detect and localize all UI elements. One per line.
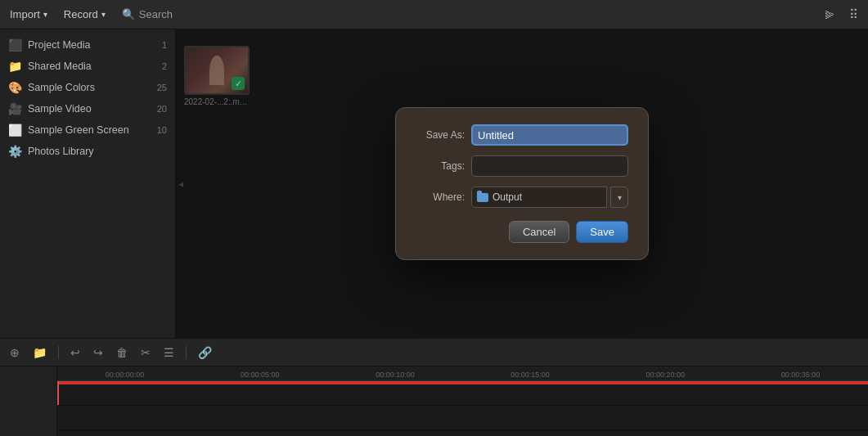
- ruler-marks: 00:00:00:00 00:00:05:00 00:00:10:00 00:0…: [57, 366, 868, 380]
- where-label: Where:: [416, 191, 465, 203]
- top-bar-right: ⫸ ⠿: [824, 7, 858, 22]
- photos-library-icon: ⚙️: [8, 145, 22, 158]
- sidebar-item-count: 25: [157, 83, 167, 92]
- cut-button[interactable]: ✂: [139, 344, 152, 361]
- ruler-mark-2: 00:00:10:00: [327, 371, 462, 379]
- save-button[interactable]: Save: [576, 221, 628, 243]
- cancel-button[interactable]: Cancel: [509, 221, 569, 243]
- save-as-label: Save As:: [416, 129, 465, 141]
- red-bar: [57, 381, 868, 384]
- sidebar-item-count: 1: [162, 40, 167, 50]
- timeline-track-area: 00:00:00:00 00:00:05:00 00:00:10:00 00:0…: [57, 366, 868, 436]
- ruler-mark-5: 00:00:35:00: [733, 371, 868, 379]
- tags-input[interactable]: [471, 155, 628, 177]
- ruler-mark-4: 00:00:20:00: [598, 371, 733, 379]
- record-button[interactable]: Record ▾: [64, 8, 106, 20]
- sample-green-screen-icon: ⬜: [8, 124, 22, 137]
- sidebar: ⬛ Project Media 1 📁 Shared Media 2 🎨 Sam…: [0, 29, 176, 338]
- sidebar-item-label: Photos Library: [28, 146, 167, 157]
- sidebar-item-sample-green-screen[interactable]: ⬜ Sample Green Screen 10: [0, 119, 175, 141]
- import-chevron-icon: ▾: [43, 10, 47, 19]
- sidebar-item-label: Sample Video: [28, 103, 151, 115]
- sidebar-item-label: Sample Green Screen: [28, 124, 151, 136]
- record-label: Record: [64, 8, 98, 20]
- ruler-mark-3: 00:00:15:00: [463, 371, 598, 379]
- timeline-track-1: [57, 381, 868, 406]
- toolbar-separator: [58, 346, 59, 359]
- where-row: Where: Output ▾: [416, 187, 628, 208]
- grid-icon[interactable]: ⠿: [849, 7, 858, 22]
- search-icon: 🔍: [122, 8, 135, 20]
- sidebar-item-project-media[interactable]: ⬛ Project Media 1: [0, 34, 175, 56]
- redo-button[interactable]: ↪: [92, 344, 105, 361]
- sidebar-item-count: 2: [162, 61, 167, 71]
- playhead[interactable]: [57, 381, 59, 405]
- save-dialog: Save As: Tags: Where: Output: [395, 107, 649, 260]
- toolbar-separator-2: [186, 346, 187, 359]
- ruler-mark-0: 00:00:00:00: [57, 371, 192, 379]
- undo-button[interactable]: ↩: [69, 344, 82, 361]
- sidebar-item-label: Shared Media: [28, 61, 156, 72]
- sidebar-item-count: 20: [157, 104, 167, 114]
- folder-icon: [477, 193, 488, 202]
- timeline-ruler: 00:00:00:00 00:00:05:00 00:00:10:00 00:0…: [57, 366, 868, 381]
- dialog-buttons: Cancel Save: [416, 221, 628, 243]
- top-bar: Import ▾ Record ▾ 🔍 Search ⫸ ⠿: [0, 0, 868, 29]
- list-button[interactable]: ☰: [162, 344, 176, 361]
- delete-button[interactable]: 🗑: [115, 344, 129, 361]
- sidebar-item-count: 10: [157, 125, 167, 135]
- where-dropdown[interactable]: Output: [471, 187, 607, 208]
- folder-button[interactable]: 📁: [31, 344, 48, 361]
- timeline-body: 00:00:00:00 00:00:05:00 00:00:10:00 00:0…: [0, 366, 868, 436]
- sidebar-item-photos-library[interactable]: ⚙️ Photos Library: [0, 141, 175, 162]
- timeline: ⊕ 📁 ↩ ↪ 🗑 ✂ ☰ 🔗 00:00:00:00 00:00:05:00 …: [0, 338, 868, 436]
- record-chevron-icon: ▾: [101, 10, 106, 19]
- save-as-input[interactable]: [471, 124, 628, 146]
- link-button[interactable]: 🔗: [196, 344, 214, 361]
- where-expand-button[interactable]: ▾: [610, 187, 628, 208]
- sidebar-item-label: Project Media: [28, 39, 156, 51]
- where-wrapper: Output ▾: [471, 187, 628, 208]
- tags-label: Tags:: [416, 160, 465, 172]
- save-as-row: Save As:: [416, 124, 628, 146]
- shared-media-icon: 📁: [8, 60, 22, 73]
- content-area: ✓ 2022-02-...2:.mov_2_0 ◂ Save As: Tags:: [176, 29, 868, 338]
- timeline-toolbar: ⊕ 📁 ↩ ↪ 🗑 ✂ ☰ 🔗: [0, 339, 868, 366]
- search-button[interactable]: 🔍 Search: [122, 8, 173, 20]
- dialog-overlay: Save As: Tags: Where: Output: [176, 29, 868, 338]
- filter-icon[interactable]: ⫸: [824, 7, 836, 21]
- timeline-track-2: [57, 406, 868, 430]
- sample-colors-icon: 🎨: [8, 81, 22, 94]
- sidebar-item-shared-media[interactable]: 📁 Shared Media 2: [0, 56, 175, 77]
- search-label: Search: [139, 8, 173, 20]
- import-label: Import: [10, 8, 40, 20]
- sidebar-item-sample-video[interactable]: 🎥 Sample Video 20: [0, 98, 175, 119]
- import-button[interactable]: Import ▾: [10, 8, 47, 20]
- timeline-side: [0, 366, 57, 436]
- project-media-icon: ⬛: [8, 38, 22, 52]
- sample-video-icon: 🎥: [8, 102, 22, 115]
- where-value: Output: [492, 191, 522, 203]
- tags-row: Tags:: [416, 155, 628, 177]
- sidebar-item-sample-colors[interactable]: 🎨 Sample Colors 25: [0, 77, 175, 98]
- add-track-button[interactable]: ⊕: [8, 344, 21, 361]
- sidebar-item-label: Sample Colors: [28, 82, 151, 93]
- main-layout: ⬛ Project Media 1 📁 Shared Media 2 🎨 Sam…: [0, 29, 868, 338]
- ruler-mark-1: 00:00:05:00: [192, 371, 327, 379]
